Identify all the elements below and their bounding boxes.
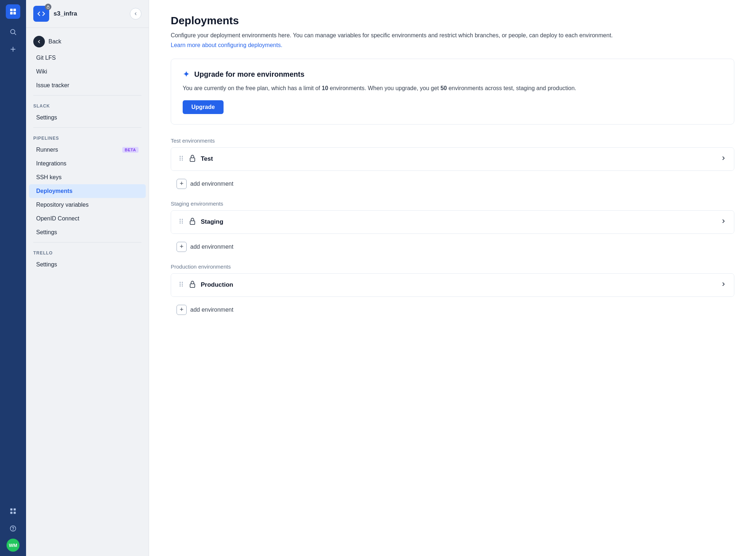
env-chevron-icon — [720, 281, 727, 289]
svg-point-31 — [180, 286, 181, 287]
env-row-staging[interactable]: Staging — [171, 211, 734, 233]
environment-sections: Test environments Test — [171, 138, 734, 319]
svg-point-24 — [180, 223, 181, 224]
add-env-label: add environment — [190, 244, 233, 250]
drag-handle-icon — [178, 281, 184, 289]
env-section-label-2: Production environments — [171, 264, 734, 270]
env-section-0: Test environments Test — [171, 138, 734, 193]
svg-point-34 — [182, 286, 183, 287]
section-label-slack: SLACK — [26, 98, 149, 111]
sidebar-item-ssh-keys[interactable]: SSH keys — [29, 170, 146, 184]
env-row-test[interactable]: Test — [171, 148, 734, 170]
sidebar-item-git-lfs[interactable]: Git LFS — [29, 51, 146, 65]
upgrade-card-description: You are currently on the free plan, whic… — [183, 84, 722, 93]
drag-handle-icon — [178, 218, 184, 226]
sidebar-item-slack-settings[interactable]: Settings — [29, 111, 146, 125]
collapse-sidebar-button[interactable] — [130, 8, 141, 20]
sidebar-item-repository-variables[interactable]: Repository variables — [29, 198, 146, 212]
env-section-1: Staging environments Staging — [171, 201, 734, 256]
sidebar-item-openid-connect[interactable]: OpenID Connect — [29, 212, 146, 226]
env-name: Production — [201, 281, 720, 288]
svg-point-33 — [182, 284, 183, 285]
sidebar-item-issue-tracker[interactable]: Issue tracker — [29, 79, 146, 92]
env-list-1: Staging — [171, 210, 734, 234]
svg-rect-14 — [47, 7, 49, 9]
env-section-label-0: Test environments — [171, 138, 734, 144]
svg-rect-0 — [10, 9, 13, 11]
repo-icon — [33, 6, 49, 22]
svg-point-18 — [182, 156, 183, 157]
user-avatar[interactable]: WM — [7, 539, 20, 552]
env-name: Test — [201, 155, 720, 163]
svg-rect-35 — [190, 284, 195, 287]
add-env-button-0[interactable]: + add environment — [171, 174, 734, 193]
sidebar: s3_infra Back Git LFS Wiki Issue tracker… — [26, 0, 149, 556]
sidebar-nav: Back Git LFS Wiki Issue tracker SLACK Se… — [26, 28, 149, 556]
sparkle-icon: ✦ — [183, 69, 190, 79]
svg-point-29 — [180, 282, 181, 283]
svg-point-17 — [180, 160, 181, 161]
add-env-button-1[interactable]: + add environment — [171, 237, 734, 256]
env-list-0: Test — [171, 147, 734, 171]
upgrade-card-header: ✦ Upgrade for more environments — [183, 69, 722, 79]
back-arrow-icon — [33, 36, 45, 47]
svg-point-32 — [182, 282, 183, 283]
divider-2 — [33, 127, 141, 128]
env-section-label-1: Staging environments — [171, 201, 734, 207]
svg-rect-11 — [14, 512, 16, 514]
svg-point-15 — [180, 156, 181, 157]
svg-point-13 — [13, 530, 13, 530]
learn-more-link[interactable]: Learn more about configuring deployments… — [171, 42, 283, 49]
sidebar-item-integrations[interactable]: Integrations — [29, 157, 146, 170]
svg-point-16 — [180, 158, 181, 159]
add-env-label: add environment — [190, 181, 233, 187]
grid-button[interactable] — [6, 504, 20, 518]
drag-handle-icon — [178, 155, 184, 163]
add-env-label: add environment — [190, 307, 233, 313]
help-button[interactable] — [6, 521, 20, 536]
env-chevron-icon — [720, 155, 727, 163]
svg-rect-2 — [10, 12, 13, 14]
svg-rect-9 — [14, 509, 16, 511]
svg-rect-1 — [13, 9, 16, 11]
svg-point-30 — [180, 284, 181, 285]
repo-name: s3_infra — [54, 10, 77, 17]
add-env-plus-icon: + — [177, 305, 187, 315]
sidebar-item-wiki[interactable]: Wiki — [29, 65, 146, 79]
add-env-plus-icon: + — [177, 179, 187, 189]
env-lock-icon — [188, 217, 196, 227]
search-button[interactable] — [6, 25, 20, 39]
svg-rect-3 — [13, 12, 16, 14]
env-name: Staging — [201, 218, 720, 226]
beta-badge: BETA — [122, 147, 139, 153]
sidebar-item-pipeline-settings[interactable]: Settings — [29, 226, 146, 239]
sidebar-item-deployments[interactable]: Deployments — [29, 184, 146, 198]
app-logo[interactable] — [6, 4, 20, 19]
add-env-button-2[interactable]: + add environment — [171, 300, 734, 319]
back-button[interactable]: Back — [26, 32, 149, 51]
svg-rect-28 — [190, 221, 195, 224]
svg-rect-21 — [190, 158, 195, 161]
sidebar-item-trello-settings[interactable]: Settings — [29, 258, 146, 271]
sidebar-item-runners[interactable]: Runners BETA — [29, 143, 146, 157]
icon-bar: WM — [0, 0, 26, 556]
section-label-pipelines: PIPELINES — [26, 131, 149, 143]
env-list-2: Production — [171, 273, 734, 297]
create-button[interactable] — [6, 42, 20, 56]
svg-line-5 — [14, 33, 16, 35]
env-chevron-icon — [720, 218, 727, 226]
svg-point-23 — [180, 221, 181, 222]
repo-lock-icon — [45, 4, 51, 10]
svg-point-22 — [180, 219, 181, 220]
upgrade-card: ✦ Upgrade for more environments You are … — [171, 59, 734, 125]
upgrade-card-title: Upgrade for more environments — [194, 70, 305, 79]
env-lock-icon — [188, 154, 196, 164]
upgrade-button[interactable]: Upgrade — [183, 100, 224, 114]
page-description: Configure your deployment environments h… — [171, 31, 734, 40]
svg-point-25 — [182, 219, 183, 220]
svg-point-27 — [182, 223, 183, 224]
main-content: Deployments Configure your deployment en… — [149, 0, 756, 556]
env-row-production[interactable]: Production — [171, 274, 734, 296]
svg-rect-8 — [10, 509, 13, 511]
svg-point-4 — [10, 29, 15, 34]
